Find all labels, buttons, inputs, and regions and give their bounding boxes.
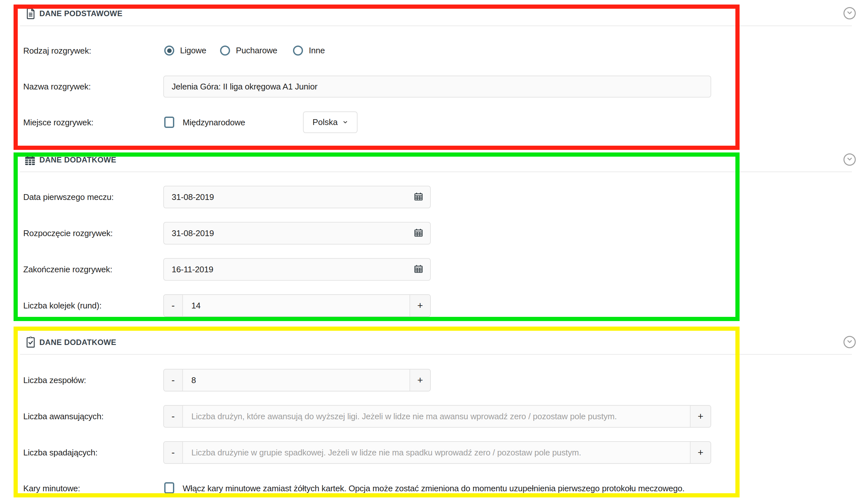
- liczba-awansujacych-stepper: - +: [163, 405, 711, 428]
- increment-button[interactable]: +: [410, 370, 430, 391]
- section-title: DANE DODATKOWE: [39, 338, 116, 347]
- liczba-spadajacych-input[interactable]: [183, 442, 690, 463]
- liczba-zespolow-input[interactable]: [183, 370, 410, 391]
- liczba-zespolow-label: Liczba zespołów:: [23, 375, 86, 385]
- increment-button[interactable]: +: [690, 442, 711, 463]
- decrement-button[interactable]: -: [164, 370, 183, 391]
- clipboard-check-icon: [25, 335, 36, 350]
- decrement-button[interactable]: -: [164, 406, 183, 427]
- increment-button[interactable]: +: [690, 406, 711, 427]
- liczba-awansujacych-input[interactable]: [183, 406, 690, 427]
- decrement-button[interactable]: -: [164, 442, 183, 463]
- kary-minutowe-label: Kary minutowe:: [23, 484, 80, 493]
- liczba-spadajacych-stepper: - +: [163, 441, 711, 464]
- competition-settings-page: DANE PODSTAWOWE Rodzaj rozgrywek: Ligowe…: [0, 0, 868, 500]
- chevron-down-icon: [846, 338, 853, 346]
- liczba-awansujacych-label: Liczba awansujących:: [23, 411, 104, 421]
- kary-minutowe-checkbox-label: Włącz kary minutowe zamiast żółtych kart…: [183, 484, 685, 493]
- liczba-zespolow-stepper: - +: [163, 369, 431, 391]
- header-divider: [20, 354, 852, 355]
- section-dane-dodatkowe-zespoly: DANE DODATKOWE Liczba zespołów: - + Licz…: [0, 0, 868, 500]
- kary-minutowe-checkbox[interactable]: [164, 482, 174, 493]
- liczba-spadajacych-label: Liczba spadających:: [23, 448, 97, 458]
- collapse-section-button[interactable]: [844, 336, 856, 348]
